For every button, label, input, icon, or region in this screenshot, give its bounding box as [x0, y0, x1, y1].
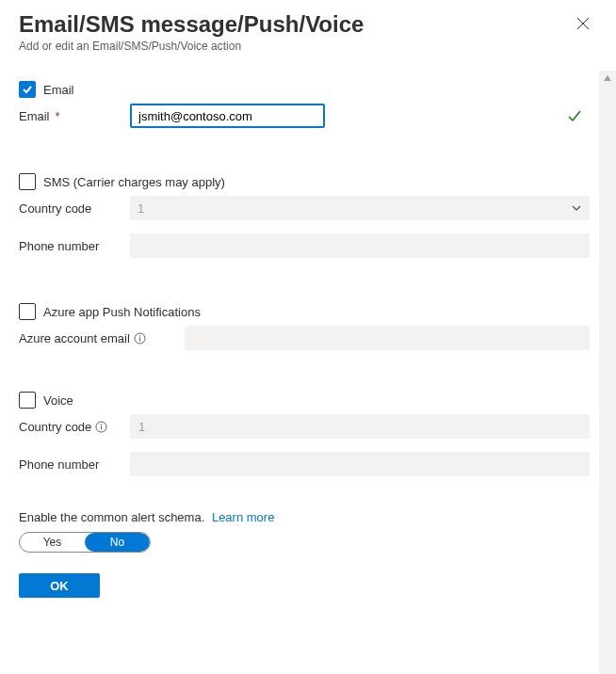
info-icon[interactable] — [134, 332, 146, 345]
sms-phone-input[interactable] — [130, 233, 590, 258]
sms-phone-label: Phone number — [19, 239, 130, 253]
svg-rect-4 — [139, 337, 140, 341]
voice-checkbox[interactable] — [19, 392, 36, 409]
scrollbar-track[interactable] — [599, 71, 616, 674]
page-subtitle: Add or edit an Email/SMS/Push/Voice acti… — [19, 40, 590, 53]
sms-country-dropdown[interactable]: 1 — [130, 196, 590, 220]
schema-toggle[interactable]: Yes No — [19, 532, 151, 553]
valid-check-icon — [567, 108, 582, 123]
svg-point-6 — [101, 424, 103, 425]
sms-checkbox[interactable] — [19, 173, 36, 190]
voice-phone-input[interactable] — [130, 452, 590, 476]
sms-section: SMS (Carrier charges may apply) Country … — [19, 173, 590, 258]
page-title: Email/SMS message/Push/Voice — [19, 11, 590, 38]
panel-header: Email/SMS message/Push/Voice Add or edit… — [19, 11, 590, 53]
chevron-down-icon — [571, 202, 582, 214]
schema-row: Enable the common alert schema. Learn mo… — [19, 510, 590, 553]
push-section: Azure app Push Notifications Azure accou… — [19, 303, 590, 350]
toggle-no[interactable]: No — [85, 533, 150, 552]
email-field-label: Email* — [19, 109, 130, 123]
svg-marker-8 — [604, 75, 611, 81]
toggle-yes[interactable]: Yes — [20, 533, 85, 552]
schema-label: Enable the common alert schema. — [19, 510, 204, 524]
email-checkbox[interactable] — [19, 81, 36, 98]
voice-checkbox-label: Voice — [43, 393, 73, 408]
config-panel: Email/SMS message/Push/Voice Add or edit… — [0, 0, 616, 674]
email-section: Email Email* — [19, 81, 590, 128]
ok-button[interactable]: OK — [19, 573, 100, 598]
sms-checkbox-label: SMS (Carrier charges may apply) — [43, 175, 225, 189]
scroll-up-icon[interactable] — [601, 71, 614, 86]
voice-section: Voice Country code Phone number — [19, 392, 590, 476]
svg-rect-7 — [101, 425, 102, 429]
sms-country-label: Country code — [19, 201, 130, 216]
close-icon[interactable] — [576, 17, 590, 30]
learn-more-link[interactable]: Learn more — [212, 510, 274, 524]
push-email-input[interactable] — [185, 326, 590, 350]
svg-point-3 — [138, 335, 140, 337]
push-checkbox[interactable] — [19, 303, 36, 320]
voice-country-label: Country code — [19, 420, 130, 434]
voice-phone-label: Phone number — [19, 457, 130, 472]
voice-country-input[interactable] — [130, 414, 590, 439]
email-checkbox-label: Email — [43, 83, 74, 97]
push-checkbox-label: Azure app Push Notifications — [43, 305, 201, 319]
email-input[interactable] — [130, 104, 325, 128]
push-field-label: Azure account email — [19, 331, 185, 345]
info-icon[interactable] — [95, 421, 107, 433]
sms-country-value: 1 — [138, 201, 144, 216]
